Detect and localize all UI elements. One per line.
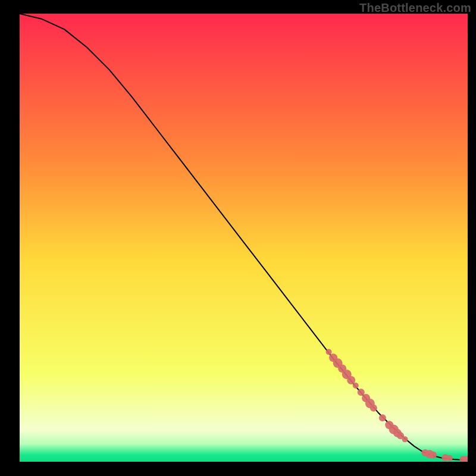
gradient-background — [20, 14, 468, 462]
plot-area — [20, 14, 468, 462]
data-point — [447, 455, 453, 461]
plot-svg — [20, 14, 468, 462]
chart-stage: TheBottleneck.com — [0, 0, 476, 476]
data-point — [379, 414, 386, 421]
watermark-text: TheBottleneck.com — [359, 1, 471, 15]
data-point — [353, 383, 359, 389]
data-point — [402, 436, 408, 442]
data-point — [326, 349, 332, 355]
data-point — [370, 405, 377, 412]
data-point — [430, 452, 437, 459]
